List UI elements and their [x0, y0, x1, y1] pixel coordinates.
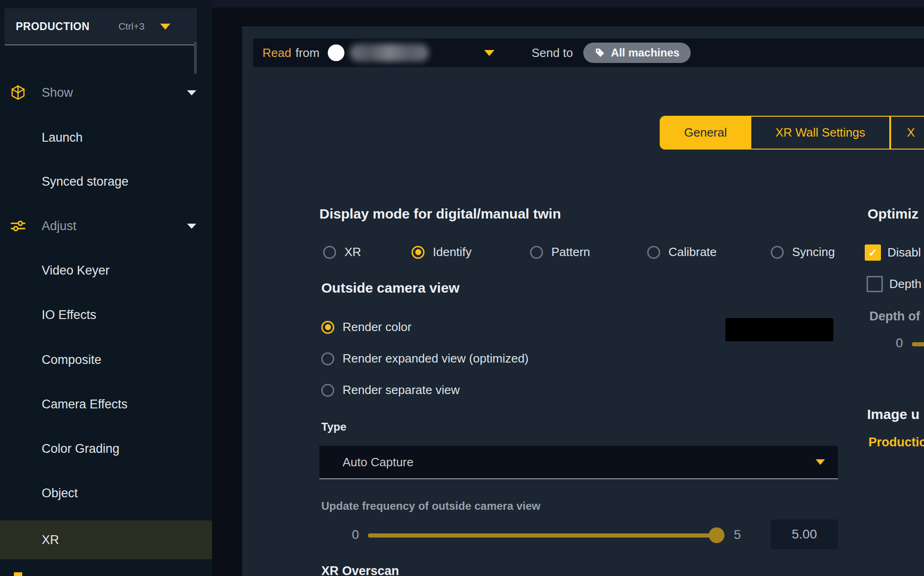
tag-icon [594, 47, 606, 58]
radio-label: Render separate view [343, 383, 460, 397]
machine-status-dot [328, 44, 344, 61]
checkbox-depth-row[interactable]: Depth [867, 276, 921, 292]
sidebar-scrollbar-thumb[interactable] [194, 42, 197, 74]
depth-slider-track[interactable] [912, 342, 924, 346]
send-to-label: Send to [531, 46, 573, 60]
sidebar-item-label: Color Grading [42, 442, 119, 456]
radio-label: Calibrate [668, 245, 717, 259]
all-machines-label: All machines [611, 46, 680, 59]
radio-calibrate[interactable]: Calibrate [647, 245, 717, 259]
sidebar-item-label: Show [42, 86, 73, 100]
sidebar-item-synced-storage[interactable]: Synced storage [0, 163, 212, 200]
sidebar-item-show[interactable]: Show [0, 75, 212, 111]
radio-label: Render color [343, 320, 412, 334]
update-frequency-value: 5.00 [792, 527, 817, 542]
sidebar-bottom-icon-sliver [14, 572, 22, 576]
radio-circle-icon [530, 246, 543, 259]
radio-circle-icon [771, 246, 784, 259]
main-panel: Read from Send to All machines General X… [242, 26, 924, 576]
sidebar-item-video-keyer[interactable]: Video Keyer [0, 252, 212, 288]
update-frequency-value-input[interactable]: 5.00 [771, 520, 838, 549]
sidebar-item-label: Camera Effects [42, 397, 128, 412]
sidebar-item-label: XR [42, 533, 59, 547]
tab-xr-truncated[interactable]: X [890, 116, 924, 150]
slider-min-label: 0 [352, 527, 359, 542]
chevron-down-icon [187, 90, 196, 95]
cube-icon [10, 85, 26, 100]
chevron-down-icon [160, 24, 170, 30]
xr-overscan-heading: XR Overscan [321, 564, 399, 576]
tab-label: General [684, 125, 727, 140]
type-dropdown-value: Auto Capture [343, 455, 413, 470]
check-icon: ✓ [868, 246, 877, 259]
sidebar-item-adjust[interactable]: Adjust [0, 208, 212, 244]
sidebar-item-io-effects[interactable]: IO Effects [0, 297, 212, 333]
tab-label: XR Wall Settings [775, 125, 865, 140]
color-swatch[interactable] [725, 318, 833, 341]
type-dropdown[interactable]: Auto Capture [319, 446, 838, 479]
radio-label: Syncing [792, 245, 835, 259]
tab-xr-wall-settings[interactable]: XR Wall Settings [751, 116, 890, 150]
sidebar-item-label: IO Effects [42, 308, 96, 322]
depth-slider-min-label: 0 [896, 336, 903, 351]
radio-label: Pattern [551, 245, 590, 259]
radio-pattern[interactable]: Pattern [530, 245, 590, 259]
all-machines-button[interactable]: All machines [583, 43, 691, 63]
radio-identify[interactable]: Identify [412, 245, 472, 259]
sidebar-item-label: Synced storage [42, 175, 129, 189]
checkbox-checked-icon: ✓ [865, 244, 881, 261]
sidebar-item-label: Video Keyer [42, 263, 110, 278]
radio-render-separate-view[interactable]: Render separate view [321, 383, 460, 397]
tab-label: X [907, 125, 915, 140]
chevron-down-icon[interactable] [484, 50, 494, 56]
checkbox-label: Disabl [887, 245, 921, 260]
radio-selected-icon [412, 246, 425, 259]
production-shortcut: Ctrl+3 [119, 21, 145, 32]
radio-circle-icon [323, 246, 336, 259]
sidebar-item-xr[interactable]: XR [0, 520, 212, 559]
radio-label: Render expanded view (optimized) [343, 351, 529, 366]
checkbox-unchecked-icon [867, 276, 883, 292]
optimization-heading: Optimiz [868, 206, 918, 222]
radio-selected-icon [321, 321, 334, 334]
slider-max-label: 5 [734, 527, 741, 542]
machine-name-blurred[interactable] [350, 44, 429, 62]
update-frequency-slider-handle[interactable] [709, 527, 724, 543]
radio-render-expanded-view[interactable]: Render expanded view (optimized) [321, 351, 529, 366]
radio-label: Identify [433, 245, 472, 259]
radio-syncing[interactable]: Syncing [771, 245, 835, 259]
display-mode-heading: Display mode for digital/manual twin [319, 206, 561, 222]
checkbox-disable-row[interactable]: ✓ Disabl [865, 244, 921, 261]
sliders-icon [10, 218, 26, 234]
production-dropdown[interactable]: PRODUCTION Ctrl+3 [5, 8, 197, 45]
sidebar-item-color-grading[interactable]: Color Grading [0, 431, 212, 467]
sidebar-item-camera-effects[interactable]: Camera Effects [0, 386, 212, 422]
chevron-down-icon [187, 224, 196, 229]
image-heading: Image u [867, 407, 919, 422]
sidebar-item-label: Object [42, 486, 78, 501]
radio-circle-icon [321, 384, 334, 397]
radio-circle-icon [647, 246, 660, 259]
radio-xr[interactable]: XR [323, 245, 361, 259]
from-label: from [295, 46, 319, 60]
radio-render-color[interactable]: Render color [321, 320, 412, 334]
type-label: Type [321, 420, 346, 433]
update-frequency-slider-track[interactable] [368, 533, 722, 538]
production-link[interactable]: Productio [868, 435, 924, 450]
sidebar-item-object[interactable]: Object [0, 475, 212, 511]
outside-camera-heading: Outside camera view [321, 280, 459, 296]
sidebar-item-label: Composite [42, 353, 101, 367]
checkbox-label: Depth [889, 277, 921, 291]
sidebar-item-launch[interactable]: Launch [0, 119, 212, 156]
radio-label: XR [344, 245, 361, 259]
sidebar: PRODUCTION Ctrl+3 Show Launch Synced sto… [0, 0, 212, 576]
read-send-bar: Read from Send to All machines [253, 38, 924, 67]
sidebar-item-composite[interactable]: Composite [0, 342, 212, 378]
depth-of-label: Depth of [869, 309, 920, 324]
tab-general[interactable]: General [660, 116, 751, 150]
sidebar-item-label: Adjust [42, 219, 76, 233]
radio-circle-icon [321, 352, 334, 365]
sidebar-item-label: Launch [42, 131, 83, 145]
chevron-down-icon [816, 459, 825, 465]
read-label: Read [262, 46, 291, 60]
